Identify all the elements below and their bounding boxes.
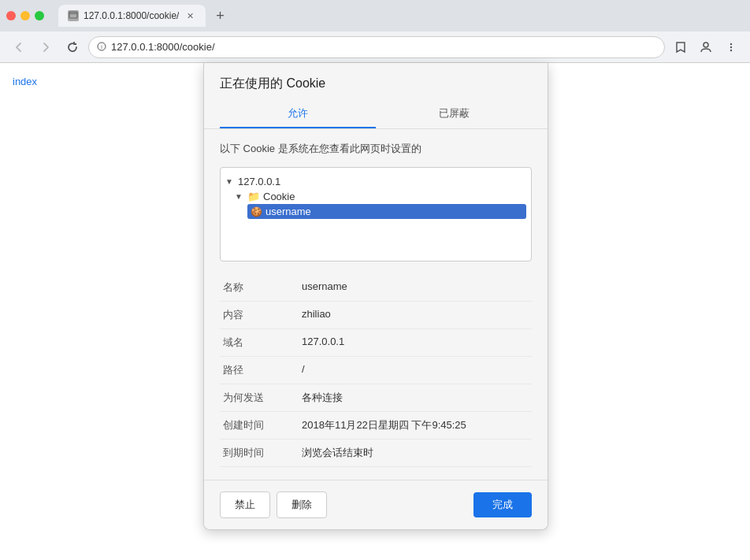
menu-button[interactable] <box>720 36 742 58</box>
table-row: 路径/ <box>220 357 532 384</box>
table-row: 域名127.0.0.1 <box>220 329 532 357</box>
tree-folder-label: Cookie <box>263 191 295 202</box>
domain-arrow-icon: ▼ <box>225 177 235 186</box>
delete-button[interactable]: 删除 <box>277 491 327 518</box>
svg-rect-0 <box>69 12 77 18</box>
tab-close-button[interactable]: ✕ <box>184 9 196 22</box>
dialog-description: 以下 Cookie 是系统在您查看此网页时设置的 <box>220 142 532 156</box>
tree-domain-row[interactable]: ▼ 127.0.0.1 <box>225 174 526 189</box>
sidebar-index-link[interactable]: index <box>13 76 37 560</box>
forward-button[interactable] <box>35 36 57 58</box>
minimize-button[interactable] <box>20 11 30 20</box>
detail-value: 2018年11月22日星期四 下午9:45:25 <box>299 412 532 439</box>
secure-icon: i <box>97 42 106 53</box>
page-content: index 正在使用的 Cookie 允许 已屏蔽 以下 Cookie 是系统在… <box>0 63 750 560</box>
detail-label: 到期时间 <box>220 439 299 467</box>
profile-button[interactable] <box>695 36 717 58</box>
detail-value: 127.0.0.1 <box>299 329 532 357</box>
table-row: 到期时间浏览会话结束时 <box>220 439 532 467</box>
dialog-tabs: 允许 已屏蔽 <box>220 100 532 128</box>
detail-label: 创建时间 <box>220 412 299 439</box>
dialog-footer: 禁止 删除 完成 <box>204 480 548 529</box>
detail-label: 路径 <box>220 357 299 384</box>
dialog-body: 以下 Cookie 是系统在您查看此网页时设置的 ▼ 127.0.0.1 ▼ 📁… <box>204 129 548 480</box>
tree-domain-label: 127.0.0.1 <box>238 176 280 187</box>
tab-title: 127.0.0.1:8000/cookie/ <box>84 10 179 21</box>
detail-value: zhiliao <box>299 302 532 329</box>
detail-label: 名称 <box>220 274 299 302</box>
done-button[interactable]: 完成 <box>473 492 532 517</box>
reload-button[interactable] <box>61 36 84 58</box>
dialog-header: 正在使用的 Cookie 允许 已屏蔽 <box>204 63 548 129</box>
tab-allow[interactable]: 允许 <box>220 100 376 128</box>
block-button[interactable]: 禁止 <box>220 491 270 518</box>
cookie-tree[interactable]: ▼ 127.0.0.1 ▼ 📁 Cookie 🍪 username <box>220 167 532 261</box>
active-tab[interactable]: 127.0.0.1:8000/cookie/ ✕ <box>58 5 206 27</box>
cookie-icon: 🍪 <box>251 206 262 217</box>
table-row: 名称username <box>220 274 532 302</box>
folder-icon: 📁 <box>247 191 260 202</box>
bookmark-button[interactable] <box>670 36 692 58</box>
detail-value: / <box>299 357 532 384</box>
url-text: 127.0.0.1:8000/cookie/ <box>111 41 215 53</box>
table-row: 为何发送各种连接 <box>220 384 532 412</box>
svg-text:i: i <box>101 44 102 50</box>
svg-point-5 <box>730 43 732 44</box>
cookie-details-table: 名称username内容zhiliao域名127.0.0.1路径/为何发送各种连… <box>220 274 532 467</box>
detail-label: 域名 <box>220 329 299 357</box>
detail-value: 各种连接 <box>299 384 532 412</box>
new-tab-button[interactable]: + <box>209 5 231 27</box>
svg-point-6 <box>730 46 732 47</box>
table-row: 创建时间2018年11月22日星期四 下午9:45:25 <box>220 412 532 439</box>
dialog-title: 正在使用的 Cookie <box>220 76 532 92</box>
tree-folder-row[interactable]: ▼ 📁 Cookie <box>235 189 526 204</box>
maximize-button[interactable] <box>35 11 44 20</box>
address-bar[interactable]: i 127.0.0.1:8000/cookie/ <box>88 36 665 58</box>
svg-point-7 <box>730 49 732 50</box>
tree-cookie-item[interactable]: 🍪 username <box>247 204 526 219</box>
cookie-dialog: 正在使用的 Cookie 允许 已屏蔽 以下 Cookie 是系统在您查看此网页… <box>203 63 548 530</box>
tab-favicon <box>68 10 79 21</box>
folder-arrow-icon: ▼ <box>235 192 244 201</box>
tab-blocked[interactable]: 已屏蔽 <box>376 100 532 128</box>
detail-label: 内容 <box>220 302 299 329</box>
table-row: 内容zhiliao <box>220 302 532 329</box>
detail-value: username <box>299 274 532 302</box>
close-button[interactable] <box>6 11 16 20</box>
tree-cookie-label: username <box>265 206 311 217</box>
detail-label: 为何发送 <box>220 384 299 412</box>
detail-value: 浏览会话结束时 <box>299 439 532 467</box>
back-button[interactable] <box>8 36 30 58</box>
traffic-lights <box>6 11 44 20</box>
svg-point-4 <box>704 43 708 47</box>
